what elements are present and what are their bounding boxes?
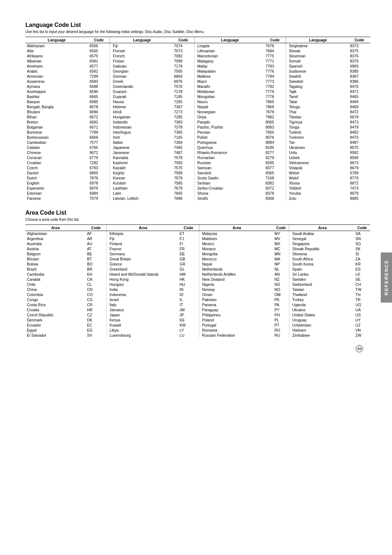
area-section: Area Code List Choose a area code from t… — [25, 210, 370, 338]
area-name: Great Britain — [106, 256, 178, 262]
area-code: NL — [273, 267, 289, 272]
area-code: MV — [273, 236, 289, 241]
lang-name: Slovenian — [286, 53, 348, 58]
area-code: FJ — [178, 236, 199, 241]
area-name: Zimbabwe — [289, 333, 354, 338]
lang-col3-header-lang: Language — [194, 37, 264, 43]
language-section: Language Code List Use this list to inpu… — [25, 22, 370, 201]
lang-code: 6665 — [88, 94, 110, 99]
area-code: CG — [86, 297, 106, 302]
lang-code: 8083 — [264, 125, 286, 130]
area-code: UA — [354, 307, 370, 312]
lang-name: Telugu — [286, 104, 348, 109]
lang-code: 6890 — [88, 109, 110, 114]
area-code: MC — [273, 246, 289, 251]
area-name: Oman — [199, 292, 273, 297]
area-name: Australia — [25, 241, 86, 246]
lang-code: 8065 — [264, 119, 286, 125]
area-code: IL — [178, 297, 199, 302]
lang-name: Kirghiz — [110, 170, 173, 175]
lang-name: Fiji — [110, 43, 173, 49]
lang-name: Greek — [110, 79, 173, 84]
area-name: Turkey — [289, 297, 354, 302]
area-code: VN — [354, 328, 370, 333]
lang-code: 8590 — [348, 155, 370, 160]
lang-name: Spanish — [286, 64, 348, 69]
lang-name: Vietnamese — [286, 160, 348, 165]
language-table-row: Estonian6984Latin7665Shona8378Yoruba8979 — [25, 191, 370, 196]
lang-name: Twi — [286, 140, 348, 145]
lang-name: Breton — [25, 119, 88, 125]
lang-col2-header-lang: Language — [110, 37, 173, 43]
area-code: SA — [354, 231, 370, 236]
language-table: Language Code Language Code Language Cod… — [25, 37, 370, 201]
area-name: Nigeria — [199, 282, 273, 287]
language-table-row: Byelorussian6669Irish7165Polish8076Turkm… — [25, 135, 370, 140]
lang-name: Kannada — [110, 155, 173, 160]
language-section-desc: Use this list to input your desired lang… — [25, 30, 370, 34]
area-code: CN — [86, 287, 106, 292]
lang-name: Tonga — [286, 125, 348, 130]
lang-code: 8185 — [264, 145, 286, 150]
lang-col2-header-code: Code — [172, 37, 194, 43]
lang-code: 7074 — [172, 43, 194, 49]
language-table-row: Ameharic6577Galician7176Malay7783Spanish… — [25, 64, 370, 69]
lang-name: Armenian — [25, 74, 88, 79]
lang-name: Serbo-Croatian — [194, 186, 264, 191]
area-code: DE — [178, 251, 199, 256]
area-code: NO — [273, 287, 289, 292]
lang-code: 6978 — [88, 181, 110, 186]
lang-name: Afrikaans — [25, 53, 88, 58]
lang-code: 7784 — [264, 74, 286, 79]
lang-code: 7282 — [88, 160, 110, 165]
language-table-row: Catalan6765Japanese7465Quechua8185Ukrain… — [25, 145, 370, 150]
lang-code: 6588 — [88, 84, 110, 89]
area-code: PY — [273, 307, 289, 312]
area-name: Costa Rica — [25, 302, 86, 307]
lang-name: Lithuanian — [194, 48, 264, 53]
lang-name: Sindhi — [194, 196, 264, 201]
lang-name: Tajik — [286, 89, 348, 94]
lang-name: Tamil — [286, 94, 348, 99]
lang-name: Bhutani — [25, 109, 88, 114]
area-code: CZ — [86, 312, 106, 317]
lang-code: 7782 — [264, 84, 286, 89]
lang-name: English — [25, 181, 88, 186]
area-code: LU — [178, 333, 199, 338]
lang-name: Pashto, Pushto — [194, 125, 264, 130]
language-table-row: Bashkir6665Gujarati7185Mongolian7778Tami… — [25, 94, 370, 99]
area-table-row: Costa RicaCRItalyITPanamaPAUgandaUG — [25, 302, 370, 307]
lang-code: 6565 — [88, 48, 110, 53]
area-name: Thailand — [289, 292, 354, 297]
lang-code: 6979 — [88, 186, 110, 191]
lang-code: 6678 — [88, 104, 110, 109]
area-code: GR — [178, 262, 199, 267]
lang-code: 7585 — [172, 181, 194, 186]
lang-name: Finnish — [110, 48, 173, 53]
lang-code: 7583 — [172, 160, 194, 165]
lang-code: 6779 — [88, 155, 110, 160]
lang-name: Scots Gaelic — [194, 175, 264, 181]
lang-col4-header-lang: Language — [286, 37, 348, 43]
lang-code: 8381 — [88, 58, 110, 64]
lang-code: 8575 — [348, 145, 370, 150]
area-code: JP — [178, 312, 199, 317]
language-table-row: English6978Kurdish7585Serbian8382Xhosa88… — [25, 181, 370, 186]
area-code: SG — [354, 241, 370, 246]
area-code: ZW — [354, 333, 370, 338]
lang-code: 7289 — [88, 74, 110, 79]
lang-code: 7378 — [172, 125, 194, 130]
lang-name: Ameharic — [25, 64, 88, 69]
lang-code: 7775 — [264, 53, 286, 58]
lang-name: Ukrainian — [286, 145, 348, 150]
area-table-row: AfghanistanAFEthiopiaETMalaysiaMYSaudi A… — [25, 231, 370, 236]
lang-code: 7185 — [172, 94, 194, 99]
area-code: UZ — [354, 323, 370, 328]
lang-code: 8673 — [348, 160, 370, 165]
area-name: Slovenia — [289, 251, 354, 256]
language-table-row: Bhutani6890Hindi7273Norwegian7879Thai847… — [25, 109, 370, 114]
lang-name: Nauru — [194, 99, 264, 104]
lang-name: Indonesian — [110, 125, 173, 130]
lang-name: Mongolian — [194, 94, 264, 99]
area-code: IN — [178, 287, 199, 292]
